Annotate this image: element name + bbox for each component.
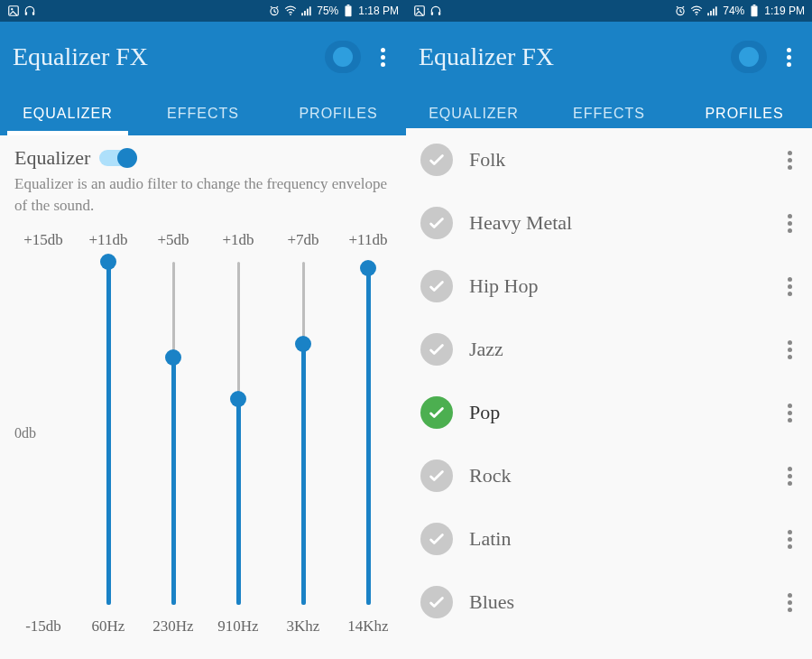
svg-rect-14 <box>431 12 433 15</box>
svg-rect-2 <box>25 12 27 15</box>
svg-rect-21 <box>715 6 717 15</box>
profile-check-icon[interactable] <box>420 396 453 429</box>
image-icon <box>7 5 20 17</box>
status-bar: 75% 1:18 PM <box>0 0 406 22</box>
headphones-icon <box>429 5 442 17</box>
master-toggle[interactable] <box>325 41 361 73</box>
db-label: +7db <box>271 231 336 249</box>
svg-rect-20 <box>713 9 715 16</box>
battery-icon <box>748 5 761 17</box>
svg-point-5 <box>290 14 291 15</box>
profile-menu-icon[interactable] <box>781 214 798 233</box>
tab-label: EQUALIZER <box>429 106 519 122</box>
profiles-list[interactable]: FolkHeavy MetalHip HopJazzPopRockLatinBl… <box>406 128 812 659</box>
profile-menu-icon[interactable] <box>781 151 798 170</box>
band-slider-910hz[interactable] <box>206 262 271 605</box>
eq-toggle[interactable] <box>99 150 135 166</box>
app-bar: Equalizer FX <box>406 22 812 92</box>
svg-rect-22 <box>752 5 758 16</box>
svg-rect-7 <box>304 11 306 15</box>
status-bar: 74% 1:19 PM <box>406 0 812 22</box>
profile-check-icon[interactable] <box>420 207 453 239</box>
tab-label: PROFILES <box>299 106 377 122</box>
battery-percentage: 75% <box>317 5 338 17</box>
db-label: +15db <box>11 231 76 249</box>
headphones-icon <box>23 5 36 17</box>
alarm-icon <box>674 5 687 17</box>
profile-menu-icon[interactable] <box>781 404 798 422</box>
overflow-menu-icon[interactable] <box>778 48 799 67</box>
toggle-thumb <box>333 47 353 67</box>
svg-point-13 <box>417 8 419 10</box>
wifi-icon <box>284 5 297 17</box>
svg-rect-19 <box>710 11 712 15</box>
freq-label: 910Hz <box>206 617 271 636</box>
clock-time: 1:19 PM <box>764 5 805 17</box>
profile-check-icon[interactable] <box>420 523 453 555</box>
tab-profiles[interactable]: PROFILES <box>271 92 406 135</box>
band-slider-3khz[interactable] <box>271 262 336 605</box>
app-title: Equalizer FX <box>13 42 148 71</box>
band-slider-60hz[interactable] <box>76 262 141 605</box>
profile-item[interactable]: Jazz <box>406 318 812 381</box>
freq-label: 230Hz <box>141 617 206 636</box>
profile-menu-icon[interactable] <box>781 277 798 296</box>
profile-name: Heavy Metal <box>469 211 765 235</box>
screen-right: 74% 1:19 PM Equalizer FX EQUALIZER EFFEC… <box>406 0 812 659</box>
svg-rect-23 <box>753 5 756 5</box>
eq-description: Equalizer is an audio filter to change t… <box>0 173 406 226</box>
profile-name: Pop <box>469 401 765 424</box>
freq-labels-row: -15db 60Hz 230Hz 910Hz 3Khz 14Khz <box>0 605 406 643</box>
db-label: +11db <box>336 231 401 249</box>
profile-item[interactable]: Latin <box>406 507 812 571</box>
profile-check-icon[interactable] <box>420 144 453 176</box>
signal-icon <box>706 5 719 17</box>
svg-rect-9 <box>309 6 311 15</box>
profile-menu-icon[interactable] <box>781 593 798 612</box>
profile-name: Latin <box>469 527 765 551</box>
svg-rect-15 <box>438 12 440 15</box>
profile-menu-icon[interactable] <box>781 530 798 549</box>
tab-label: EQUALIZER <box>23 106 113 122</box>
db-labels-row: +15db +11db +5db +1db +7db +11db <box>0 226 406 262</box>
svg-point-1 <box>11 8 13 10</box>
band-slider-14khz[interactable] <box>336 262 401 605</box>
db-label: +11db <box>76 231 141 249</box>
profile-check-icon[interactable] <box>420 459 453 492</box>
svg-rect-10 <box>346 5 352 16</box>
svg-point-17 <box>696 14 697 15</box>
profile-name: Jazz <box>469 338 765 361</box>
alarm-icon <box>268 5 281 17</box>
screen-left: 75% 1:18 PM Equalizer FX EQUALIZER EFFEC… <box>0 0 406 659</box>
profile-name: Blues <box>469 590 765 614</box>
svg-rect-18 <box>707 13 709 15</box>
eq-section-title: Equalizer <box>14 146 90 170</box>
overflow-menu-icon[interactable] <box>372 48 393 67</box>
tab-label: EFFECTS <box>167 106 239 122</box>
tab-label: PROFILES <box>705 106 783 122</box>
profile-item[interactable]: Heavy Metal <box>406 191 812 255</box>
profile-item[interactable]: Folk <box>406 128 812 191</box>
band-slider-230hz[interactable] <box>141 262 206 605</box>
svg-rect-3 <box>32 12 34 15</box>
battery-icon <box>342 5 355 17</box>
master-toggle[interactable] <box>731 41 767 73</box>
tab-equalizer[interactable]: EQUALIZER <box>0 92 135 135</box>
profile-menu-icon[interactable] <box>781 467 798 486</box>
image-icon <box>413 5 426 17</box>
profile-item[interactable]: Rock <box>406 444 812 507</box>
profile-item[interactable]: Blues <box>406 571 812 634</box>
profile-item[interactable]: Pop <box>406 381 812 444</box>
profile-check-icon[interactable] <box>420 270 453 302</box>
profile-item[interactable]: Hip Hop <box>406 255 812 318</box>
profile-menu-icon[interactable] <box>781 340 798 359</box>
signal-icon <box>300 5 313 17</box>
freq-label: 60Hz <box>76 617 141 636</box>
profile-check-icon[interactable] <box>420 586 453 618</box>
profile-check-icon[interactable] <box>420 333 453 366</box>
tab-effects[interactable]: EFFECTS <box>135 92 271 135</box>
db-label: +5db <box>141 231 206 249</box>
toggle-thumb <box>117 148 137 168</box>
svg-rect-11 <box>347 5 350 5</box>
profile-name: Rock <box>469 464 765 487</box>
